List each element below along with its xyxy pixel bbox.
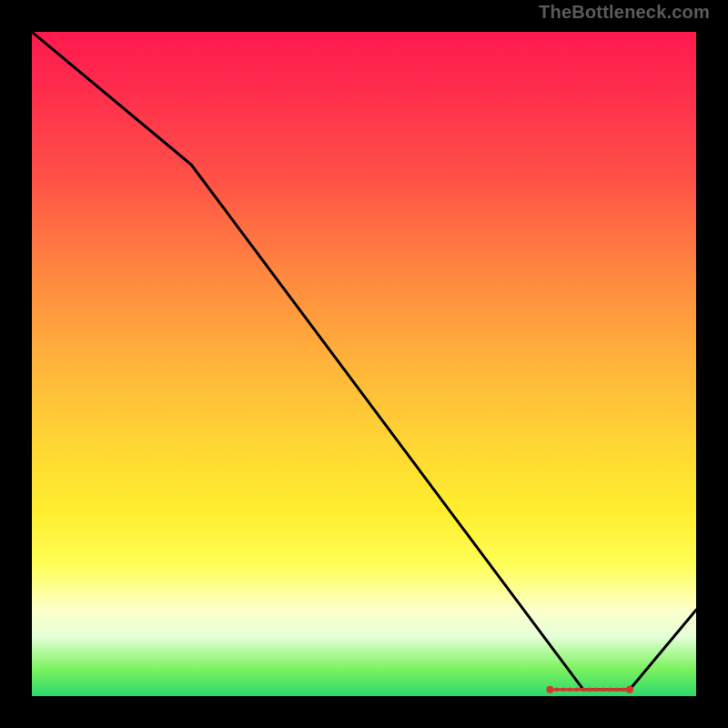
marker-dot	[581, 688, 585, 692]
marker-dot	[614, 688, 618, 692]
marker-dot	[608, 688, 612, 692]
marker-band	[546, 686, 633, 693]
marker-dot	[555, 688, 559, 692]
marker-dot	[561, 688, 565, 692]
marker-dot	[546, 686, 553, 693]
marker-dot	[568, 688, 571, 692]
marker-dot	[626, 686, 633, 693]
chart-container: TheBottleneck.com	[0, 0, 728, 728]
line-overlay	[32, 32, 696, 696]
marker-dot	[574, 688, 578, 692]
plot-area	[32, 32, 696, 696]
marker-dot	[588, 688, 592, 692]
marker-dot	[594, 688, 598, 692]
marker-dot	[622, 688, 625, 692]
watermark-text: TheBottleneck.com	[539, 2, 710, 23]
data-line	[32, 32, 696, 690]
marker-dot	[602, 688, 605, 692]
